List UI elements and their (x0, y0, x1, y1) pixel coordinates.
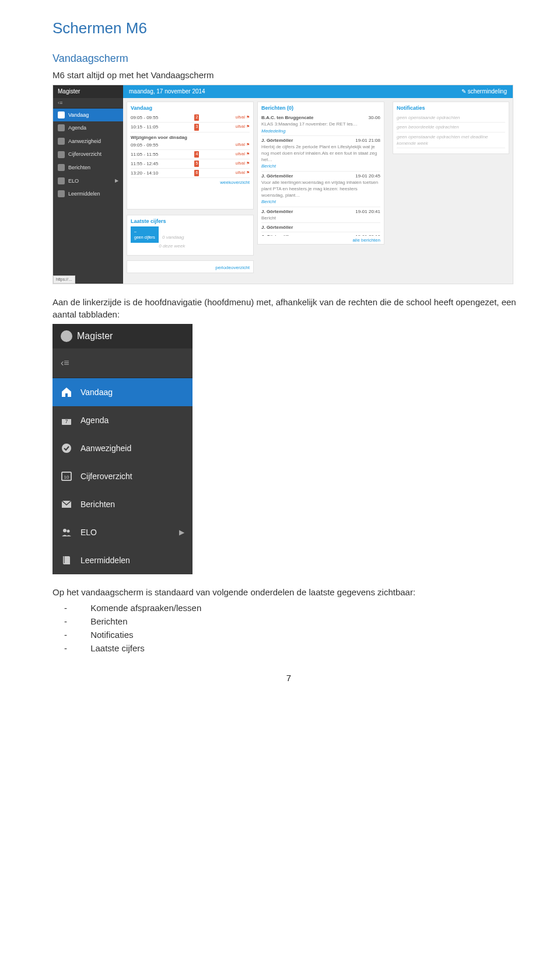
check-icon (61, 442, 72, 454)
collapse-sidebar-button[interactable]: ‹≡ (52, 348, 192, 378)
page-number: 7 (52, 672, 525, 684)
les-nummer: 2 (194, 114, 199, 121)
sidebar-item-vandaag[interactable]: Vandaag (53, 109, 123, 122)
sidebar-item-cijferoverzicht[interactable]: Cijferoverzicht (52, 462, 192, 490)
panel-notificaties-title: Notificaties (397, 104, 505, 112)
bericht-row[interactable]: J. Görtemöller19-01 21:08Hierbij de cijf… (261, 136, 380, 172)
bericht-time: 19-01 20:18 (355, 233, 380, 236)
uitval-tag: uitval ⚑ (236, 170, 250, 176)
wijzigingen-label: Wijzigingen voor dinsdag (131, 134, 250, 141)
uitval-tag: uitval ⚑ (236, 142, 250, 148)
sidebar-item-label: Agenda (68, 124, 86, 132)
intro-text: M6 start altijd op met het Vandaagscherm (52, 69, 525, 81)
cijfers-week: 0 deze week (159, 243, 185, 249)
bericht-kind: Bericht (261, 163, 380, 169)
bericht-from: J. Görtemöller (261, 173, 293, 179)
grid-icon (58, 151, 65, 158)
sidebar-item-berichten[interactable]: Berichten (52, 490, 192, 518)
onderdelen-list: Komende afspraaken/lessen Berichten Noti… (93, 602, 525, 654)
les-time: 09:05 - 09:55 (131, 114, 158, 121)
list-item: Komende afspraaken/lessen (93, 602, 525, 614)
app-content: Vandaag 09:05 - 09:552uitval ⚑10:15 - 11… (123, 98, 513, 284)
cijfers-badge-top: – (134, 229, 136, 233)
panel-cijfers-title: Laatste cijfers (131, 218, 250, 225)
home-icon (58, 111, 65, 118)
bericht-from: B.A.C. ten Bruggencate (261, 114, 313, 121)
sidebar-item-label: Berichten (80, 499, 115, 511)
sidebar-item-label: ELO (80, 527, 97, 539)
collapse-icon: ‹≡ (61, 358, 69, 368)
list-item: Berichten (93, 615, 525, 627)
subsection-title: Vandaagscherm (52, 51, 525, 66)
bericht-subject: Hierbij de cijfers 2e periode Plant en L… (261, 144, 380, 163)
app-topbar: maandag, 17 november 2014 ✎ schermindeli… (123, 85, 513, 98)
sidebar-item-label: Leermiddelen (68, 190, 100, 198)
panel-vandaag: Vandaag 09:05 - 09:552uitval ⚑10:15 - 11… (127, 102, 254, 210)
sidebar-item-leermiddelen[interactable]: Leermiddelen (53, 187, 123, 201)
bericht-from: J. Görtemöller (261, 224, 293, 231)
sidebar-item-cijferoverzicht[interactable]: Cijferoverzicht (53, 148, 123, 161)
bericht-row[interactable]: J. Görtemöller (261, 223, 380, 232)
screenshot-hoofdmenu: Magister ‹≡ VandaagAgendaAanwezigheidCij… (52, 324, 192, 575)
uitval-tag: uitval ⚑ (236, 160, 250, 167)
bericht-row[interactable]: B.A.C. ten Bruggencate30-06KLAS 3:Maanda… (261, 113, 380, 136)
sidebar-item-leermiddelen[interactable]: Leermiddelen (52, 546, 192, 574)
bericht-time: 19-01 21:08 (355, 137, 380, 144)
mail-icon (61, 498, 72, 510)
alle-berichten-link[interactable]: alle berichten (261, 236, 380, 243)
nav-brand-label: Magister (77, 330, 113, 343)
after-fig1-text: Aan de linkerzijde is de hoofdnavigatie … (52, 296, 525, 320)
sidebar-item-aanwezigheid[interactable]: Aanwezigheid (52, 434, 192, 462)
sidebar-item-elo[interactable]: ELO▶ (52, 518, 192, 546)
sidebar-item-agenda[interactable]: Agenda (53, 121, 123, 135)
les-row[interactable]: 13:20 - 14:106uitval ⚑ (131, 169, 250, 178)
book-icon (61, 554, 72, 566)
schermindeling-button[interactable]: ✎ schermindeling (461, 88, 507, 96)
les-time: 09:05 - 09:55 (131, 142, 158, 148)
collapse-sidebar-button[interactable]: ‹≡ (53, 98, 123, 109)
sidebar-item-elo[interactable]: ELO▶ (53, 175, 123, 188)
bericht-from: J. Görtemöller (261, 233, 293, 236)
notificatie-row: geen openstaande opdrachten met deadline… (397, 132, 505, 148)
les-row[interactable]: 09:05 - 09:552uitval ⚑ (131, 113, 250, 123)
les-nummer: 5 (194, 160, 199, 167)
mail-icon (58, 164, 65, 171)
sidebar-item-label: Leermiddelen (80, 555, 130, 567)
les-time: 11:55 - 12:45 (131, 160, 158, 167)
bericht-row[interactable]: J. Görtemöller19-01 20:41Bericht (261, 207, 380, 223)
sidebar-item-label: Cijferoverzicht (68, 151, 102, 158)
periodeoverzicht-link[interactable]: periodeoverzicht (131, 263, 250, 271)
section-title: Schermen M6 (52, 18, 525, 39)
sidebar-item-label: Aanwezigheid (80, 443, 131, 455)
sidebar-item-aanwezigheid[interactable]: Aanwezigheid (53, 135, 123, 148)
home-icon (61, 386, 72, 398)
collapse-icon: ‹≡ (58, 100, 62, 106)
les-row[interactable]: 10:15 - 11:053uitval ⚑ (131, 123, 250, 132)
bericht-time: 19-01 20:41 (355, 208, 380, 215)
bericht-row[interactable]: J. Görtemöller19-01 20:45Voor alle leerl… (261, 172, 380, 207)
brand-label: Magister (58, 88, 80, 95)
bericht-time: 30-06 (369, 114, 380, 121)
bericht-subject: KLAS 3:Maandag 17 november: De RET les… (261, 121, 380, 127)
magister-logo-icon (61, 330, 72, 342)
les-nummer: 3 (194, 124, 199, 130)
chevron-right-icon: ▶ (179, 528, 184, 538)
les-row[interactable]: 11:55 - 12:455uitval ⚑ (131, 159, 250, 169)
schermindeling-label: schermindeling (468, 88, 507, 95)
weekoverzicht-link[interactable]: weekoverzicht (131, 178, 250, 186)
sidebar-item-label: Vandaag (68, 111, 89, 119)
bericht-from: J. Görtemöller (261, 137, 293, 144)
panel-berichten-title: Berichten (0) (261, 104, 380, 112)
sidebar-item-label: ELO (68, 177, 79, 185)
sidebar-item-berichten[interactable]: Berichten (53, 161, 123, 175)
sidebar-item-vandaag[interactable]: Vandaag (52, 378, 192, 406)
uitval-tag: uitval ⚑ (236, 114, 250, 121)
cijfers-badge-bottom: geen cijfers (134, 235, 155, 239)
sidebar-item-agenda[interactable]: Agenda (52, 406, 192, 434)
les-row[interactable]: 11:05 - 11:554uitval ⚑ (131, 150, 250, 159)
les-row[interactable]: 09:05 - 09:55uitval ⚑ (131, 141, 250, 150)
les-time: 13:20 - 14:10 (131, 170, 158, 176)
check-icon (58, 138, 65, 145)
panel-notificaties: Notificaties geen openstaande opdrachten… (393, 102, 509, 154)
chevron-right-icon: ▶ (115, 177, 118, 184)
